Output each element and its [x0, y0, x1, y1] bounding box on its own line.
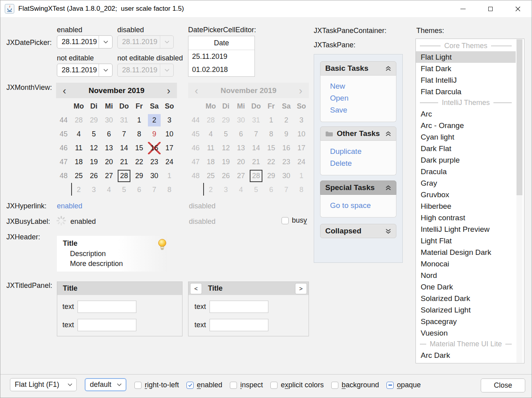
theme-list-item[interactable]: Arc Dark Contrast	[416, 361, 516, 363]
taskpane-header[interactable]: Collapsed	[320, 224, 396, 238]
day-cell[interactable]: 2	[148, 114, 161, 126]
text-field[interactable]	[78, 319, 136, 331]
scrollbar-thumb[interactable]	[516, 39, 522, 195]
day-cell[interactable]: 21	[118, 156, 130, 168]
minimize-button[interactable]	[449, 0, 477, 17]
day-cell[interactable]: 4	[72, 128, 85, 140]
task-link[interactable]: New	[330, 82, 396, 91]
theme-list-item[interactable]: Nord	[416, 270, 516, 281]
day-cell[interactable]: 5	[118, 184, 130, 196]
chevron-down-icon[interactable]	[113, 379, 126, 390]
day-cell[interactable]: 26	[87, 170, 100, 182]
theme-list-item[interactable]: IntelliJ Light Preview	[416, 223, 516, 235]
day-cell[interactable]: 7	[118, 128, 130, 140]
scrollbar-track[interactable]	[516, 39, 522, 363]
theme-list-item[interactable]: High contrast	[416, 212, 516, 223]
checkbox-enabled-box[interactable]	[186, 382, 194, 389]
next-month-icon[interactable]: ›	[160, 83, 177, 98]
datepicker-not-editable[interactable]: 28.11.2019	[57, 64, 113, 77]
next-button[interactable]: >	[295, 283, 307, 294]
day-cell[interactable]: 24	[163, 156, 176, 168]
day-cell[interactable]: 22	[133, 156, 146, 168]
day-cell[interactable]: 27	[103, 170, 115, 182]
hyperlink-enabled[interactable]: enabled	[57, 202, 82, 210]
day-cell[interactable]: 1	[163, 170, 176, 182]
theme-list-item[interactable]: Monocai	[416, 258, 516, 270]
day-cell[interactable]: 20	[103, 156, 115, 168]
lookandfeel-combobox[interactable]: default	[85, 378, 126, 391]
taskpane-header[interactable]: Basic Tasks	[320, 61, 396, 76]
checkbox-background-box[interactable]	[331, 382, 338, 389]
table-row[interactable]: 25.11.2019	[188, 50, 254, 63]
theme-list-item[interactable]: Spacegray	[416, 316, 516, 327]
table-row[interactable]: 01.02.2018	[188, 63, 254, 76]
day-cell[interactable]: 17	[163, 142, 176, 154]
checkbox-opaque[interactable]: opaque	[386, 381, 421, 389]
day-cell[interactable]: 3	[163, 114, 176, 126]
checkbox-explicit-colors[interactable]: explicit colors	[270, 381, 324, 389]
theme-list-item[interactable]: Dark Flat	[416, 143, 516, 154]
day-cell[interactable]: 12	[87, 142, 100, 154]
theme-list-item[interactable]: Dark purple	[416, 154, 516, 166]
day-cell[interactable]: 11	[72, 142, 85, 154]
day-cell[interactable]: 31	[118, 114, 130, 126]
task-link[interactable]: Delete	[330, 159, 396, 168]
theme-combobox[interactable]: Flat Light (F1)	[10, 378, 77, 391]
close-window-button[interactable]	[504, 0, 532, 17]
theme-list-item[interactable]: Dracula	[416, 166, 516, 177]
chevron-down-icon[interactable]	[63, 379, 76, 391]
day-cell[interactable]: 6	[133, 184, 146, 196]
theme-list-item[interactable]: Flat Light	[416, 51, 516, 63]
day-cell[interactable]: 29	[87, 114, 100, 126]
theme-list-item[interactable]: Flat IntelliJ	[416, 74, 516, 86]
day-cell[interactable]: 8	[133, 128, 146, 140]
checkbox-background[interactable]: background	[331, 381, 379, 389]
day-cell[interactable]: 16	[148, 142, 161, 154]
prev-button[interactable]: <	[190, 283, 202, 294]
day-cell[interactable]: 19	[87, 156, 100, 168]
text-field[interactable]	[210, 319, 268, 331]
day-cell[interactable]: 5	[87, 128, 100, 140]
theme-list-item[interactable]: Hiberbee	[416, 200, 516, 212]
theme-list-item[interactable]: Flat Dark	[416, 63, 516, 74]
titlebar[interactable]: FlatSwingXTest (Java 1.8.0_202; user sca…	[0, 0, 532, 17]
day-cell[interactable]: 9	[148, 128, 161, 140]
theme-list-item[interactable]: Gruvbox	[416, 189, 516, 200]
checkbox-enabled[interactable]: enabled	[186, 381, 222, 389]
day-cell[interactable]: 3	[87, 184, 100, 196]
close-button[interactable]: Close	[481, 379, 525, 392]
day-cell[interactable]: 4	[103, 184, 115, 196]
text-field[interactable]	[78, 301, 136, 313]
task-link[interactable]: Go to space	[330, 201, 396, 210]
checkbox-right-to-left[interactable]: right-to-left	[134, 381, 179, 389]
checkbox-busy-box[interactable]	[282, 217, 289, 224]
checkbox-inspect-box[interactable]	[230, 382, 237, 389]
text-field[interactable]	[210, 301, 268, 313]
day-cell[interactable]: 29	[133, 170, 146, 182]
day-cell[interactable]: 30	[148, 170, 161, 182]
day-cell[interactable]: 2	[72, 184, 85, 196]
day-cell[interactable]: 7	[148, 184, 161, 196]
chevron-down-icon[interactable]	[99, 36, 112, 48]
taskpane-header[interactable]: Other Tasks	[320, 126, 396, 141]
task-link[interactable]: Duplicate	[330, 147, 396, 156]
theme-list-item[interactable]: Cyan light	[416, 131, 516, 143]
checkbox-inspect[interactable]: inspect	[230, 381, 263, 389]
taskpane-header[interactable]: Special Tasks	[320, 181, 396, 195]
day-cell[interactable]: 15	[133, 142, 146, 154]
theme-list-item[interactable]: Gray	[416, 177, 516, 189]
maximize-button[interactable]	[477, 0, 504, 17]
checkbox-explicit-colors-box[interactable]	[270, 382, 278, 389]
prev-month-icon[interactable]: ‹	[56, 83, 73, 98]
day-cell[interactable]: 8	[163, 184, 176, 196]
theme-list-item[interactable]: Material Design Dark	[416, 247, 516, 258]
datepicker-enabled[interactable]: 28.11.2019	[57, 35, 113, 49]
theme-list-item[interactable]: Arc	[416, 108, 516, 120]
theme-list-item[interactable]: One Dark	[416, 281, 516, 293]
theme-list-item[interactable]: Arc Dark	[416, 349, 516, 361]
day-cell[interactable]: 28	[118, 170, 130, 182]
day-cell[interactable]: 13	[103, 142, 115, 154]
day-cell[interactable]: 1	[133, 114, 146, 126]
table-column-header[interactable]: Date	[188, 36, 254, 50]
theme-list-item[interactable]: Solarized Dark	[416, 293, 516, 304]
